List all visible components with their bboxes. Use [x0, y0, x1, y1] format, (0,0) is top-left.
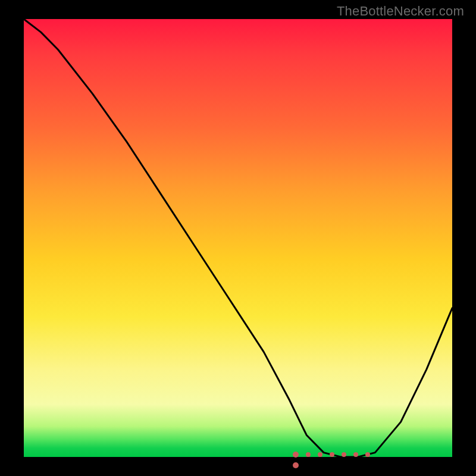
curve-path	[24, 19, 452, 457]
watermark-text: TheBottleNecker.com	[337, 4, 464, 19]
valley-dot	[365, 452, 370, 457]
valley-dot	[342, 452, 346, 457]
bottleneck-curve	[24, 19, 452, 457]
chart-stage: TheBottleNecker.com	[0, 0, 476, 476]
valley-dot	[353, 452, 358, 457]
valley-dot	[306, 452, 311, 457]
plot-area	[24, 19, 452, 457]
valley-dot	[330, 452, 334, 457]
valley-dot	[293, 452, 299, 458]
valley-dot	[293, 462, 299, 468]
valley-dot	[318, 452, 322, 457]
optimal-range-marker	[293, 449, 376, 455]
